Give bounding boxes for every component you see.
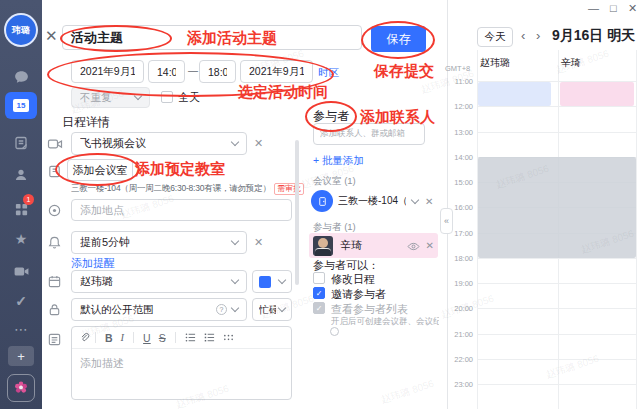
color-swatch: [259, 276, 271, 288]
annotation-add-title: 添加活动主题: [187, 29, 277, 48]
participant-row[interactable]: 辛琦 ✕: [309, 233, 438, 258]
remove-reminder-icon[interactable]: ✕: [254, 236, 263, 249]
perm-invite-label: 邀请参与者: [331, 287, 386, 302]
camera-icon: [47, 136, 63, 152]
add-reminder-link[interactable]: 添加提醒: [71, 256, 115, 271]
tasks-check-icon[interactable]: ✓: [0, 290, 42, 312]
calendar-small-icon: [47, 274, 63, 290]
perm-edit-label: 修改日程: [331, 272, 375, 287]
collapse-panel-button[interactable]: «: [440, 208, 453, 234]
hour-label: 19:00: [441, 279, 473, 288]
workbench-icon[interactable]: [0, 198, 42, 220]
gmt-label: GMT+8: [445, 64, 470, 73]
annotation-select-time: 选定活动时间: [238, 83, 328, 102]
add-app-button[interactable]: +: [8, 346, 34, 366]
avatar-initials: 玮璐: [12, 24, 30, 37]
description-box[interactable]: B I U S 添加描述: [71, 326, 292, 400]
window-close-button[interactable]: ✕: [628, 3, 637, 14]
remove-participant-icon[interactable]: ✕: [426, 240, 434, 251]
column-header-person1[interactable]: 赵玮璐: [480, 56, 510, 70]
hour-label: 23:00: [441, 380, 473, 389]
participant-name: 辛琦: [340, 238, 362, 253]
annotation-add-room: 添加预定教室: [135, 160, 225, 179]
room-approval-tag: 需审批: [274, 183, 304, 195]
annotation-add-contact: 添加联系人: [360, 108, 435, 127]
calendar-icon: 15: [13, 99, 29, 112]
today-button[interactable]: 今天: [477, 27, 513, 47]
window-maximize-button[interactable]: □: [610, 3, 617, 14]
hour-label: 12:00: [441, 102, 473, 111]
hour-label: 15:00: [441, 178, 473, 187]
location-input[interactable]: 添加地点: [71, 199, 292, 221]
selected-time-block[interactable]: [478, 157, 636, 258]
busy-block-person2[interactable]: [560, 82, 634, 106]
watermark: 赵玮璐 8056: [544, 352, 601, 382]
bullet-list-icon[interactable]: [185, 329, 196, 347]
calendar-owner-select[interactable]: 赵玮璐: [71, 270, 247, 293]
notification-badge: 1: [23, 194, 34, 205]
lock-icon: [47, 302, 63, 318]
form-scrollbar[interactable]: [295, 140, 299, 285]
strikethrough-icon[interactable]: S: [159, 332, 166, 344]
description-placeholder: 添加描述: [72, 349, 291, 378]
grid-line: [477, 258, 637, 259]
participant-avatar: [313, 236, 333, 256]
note-info-icon: [330, 327, 339, 336]
messenger-icon[interactable]: [0, 66, 42, 88]
reminder-select[interactable]: 提前5分钟: [71, 231, 247, 254]
calendar-tab-active[interactable]: 15: [5, 92, 37, 119]
org-logo[interactable]: [7, 374, 35, 402]
prev-day-icon[interactable]: ‹: [521, 28, 525, 43]
app-window: 赵玮璐 8056 赵玮璐 8056 赵玮璐 8056 赵玮璐 8056 赵玮璐 …: [0, 0, 639, 409]
user-avatar[interactable]: 玮璐: [4, 13, 38, 47]
italic-icon[interactable]: I: [121, 332, 125, 343]
video-meeting-icon[interactable]: [0, 260, 42, 282]
underline-icon[interactable]: U: [143, 332, 151, 344]
annotation-save-submit: 保存提交: [374, 62, 434, 81]
contacts-icon[interactable]: [0, 164, 42, 186]
description-icon: [47, 332, 63, 348]
perm-viewlist-label: 查看参与者列表: [331, 302, 408, 317]
perm-invite-checkbox[interactable]: ✓: [313, 287, 325, 299]
bold-icon[interactable]: B: [105, 332, 113, 344]
docs-icon[interactable]: [0, 132, 42, 154]
video-meeting-select[interactable]: 飞书视频会议: [71, 132, 247, 155]
remove-room-icon[interactable]: ✕: [425, 196, 433, 207]
location-icon: [47, 203, 63, 219]
grid-line: [477, 106, 637, 107]
annotation-circle-room: [55, 153, 140, 186]
busy-block-person1[interactable]: [478, 82, 551, 106]
permissions-label: 参与者可以：: [313, 258, 379, 273]
grid-line: [477, 334, 637, 335]
window-minimize-button[interactable]: —: [588, 3, 599, 14]
rooms-count-label: 会议室 (1): [313, 175, 356, 188]
app-sidebar: 玮璐 15 1 ★ ✓ ⋯ +: [0, 0, 42, 409]
annotation-circle-save: [361, 21, 435, 59]
favorites-star-icon[interactable]: ★: [0, 228, 42, 250]
close-editor-icon[interactable]: ✕: [45, 27, 58, 45]
column-header-person2[interactable]: 辛琦: [561, 56, 581, 70]
attachment-icon[interactable]: [79, 329, 90, 347]
grid-line: [477, 283, 637, 284]
perm-edit-checkbox[interactable]: [313, 272, 325, 284]
more-formats-icon[interactable]: [223, 329, 234, 347]
selected-room-row[interactable]: 三教一楼-104（周一… ✕: [311, 188, 438, 214]
batch-add-link[interactable]: + 批量添加: [313, 154, 364, 168]
hour-label: 22:00: [441, 355, 473, 364]
hour-label: 20:00: [441, 304, 473, 313]
calendar-date-title: 9月16日 明天: [552, 27, 635, 45]
grid-line: [477, 359, 637, 360]
perm-viewlist-checkbox: ✓: [313, 302, 325, 314]
next-day-icon[interactable]: ›: [536, 28, 540, 43]
remove-video-meeting-icon[interactable]: ✕: [254, 137, 263, 150]
grid-line: [477, 384, 637, 385]
permission-note: 开启后可创建会议群、会议纪要: [331, 316, 439, 328]
visibility-select[interactable]: 默认的公开范围 ?: [71, 298, 247, 321]
busy-status-select[interactable]: 忙碌: [252, 298, 292, 321]
hour-label: 18:00: [441, 254, 473, 263]
details-heading: 日程详情: [62, 114, 110, 131]
more-apps-icon[interactable]: ⋯: [0, 318, 42, 340]
numbered-list-icon[interactable]: [204, 329, 215, 347]
event-color-select[interactable]: [252, 270, 292, 293]
optional-eye-icon[interactable]: [407, 237, 420, 255]
